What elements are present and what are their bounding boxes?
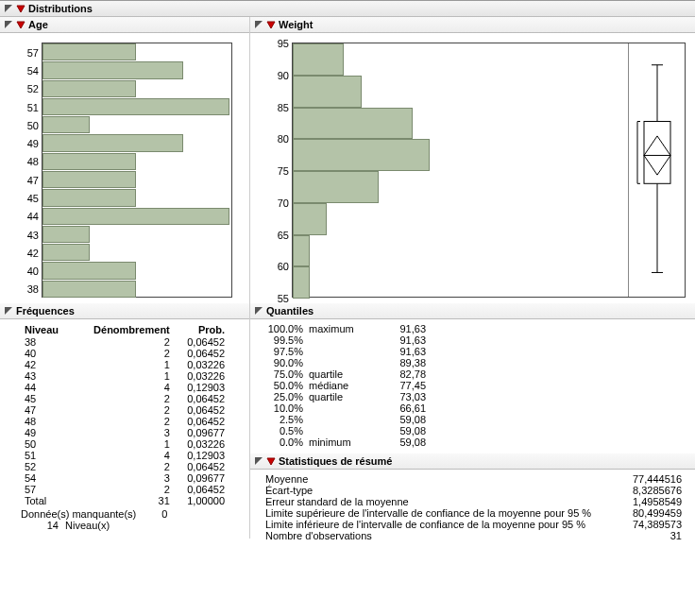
age-panel: Age 5754525150494847454443424038 Fréquen… bbox=[0, 17, 250, 539]
table-row: Limite supérieure de l'intervalle de con… bbox=[262, 507, 686, 519]
disclosure-icon[interactable] bbox=[4, 20, 13, 29]
axis-tick-label: 43 bbox=[27, 230, 39, 241]
disclosure-icon[interactable] bbox=[4, 306, 13, 316]
table-row: 4820,06452 bbox=[21, 416, 229, 427]
table-row: 4440,12903 bbox=[21, 382, 229, 393]
frequencies-header[interactable]: Fréquences bbox=[0, 303, 249, 319]
axis-tick-label: 57 bbox=[27, 47, 39, 59]
nlevels-label: Niveau(x) bbox=[65, 520, 110, 531]
chart-bar[interactable] bbox=[42, 61, 183, 78]
total-prob: 1,00000 bbox=[174, 495, 229, 506]
menu-icon[interactable] bbox=[16, 20, 25, 29]
table-row: 2.5%59,08 bbox=[262, 414, 432, 425]
table-row: 4520,06452 bbox=[21, 393, 229, 404]
table-row: 90.0%89,38 bbox=[262, 357, 432, 368]
missing-label: Donnée(s) manquante(s) bbox=[21, 508, 136, 520]
table-row: 4210,03226 bbox=[21, 359, 229, 370]
table-row: 0.5%59,08 bbox=[262, 425, 432, 436]
nlevels-val: 14 bbox=[40, 520, 59, 531]
axis-tick-label: 52 bbox=[27, 83, 39, 94]
axis-tick-label: 55 bbox=[278, 293, 289, 304]
missing-val: 0 bbox=[139, 508, 167, 520]
chart-bar[interactable] bbox=[293, 235, 310, 267]
axis-tick-label: 48 bbox=[27, 156, 39, 167]
distributions-title: Distributions bbox=[28, 3, 93, 14]
chart-bar[interactable] bbox=[293, 203, 327, 235]
col-prob: Prob. bbox=[174, 323, 229, 336]
table-row: 25.0%quartile73,03 bbox=[262, 391, 432, 402]
weight-header[interactable]: Weight bbox=[250, 17, 695, 33]
menu-icon[interactable] bbox=[266, 456, 276, 466]
chart-bar[interactable] bbox=[42, 116, 90, 133]
total-label: Total bbox=[21, 495, 72, 506]
chart-bar[interactable] bbox=[293, 43, 344, 76]
chart-bar[interactable] bbox=[42, 208, 229, 225]
axis-tick-label: 85 bbox=[278, 102, 289, 113]
chart-bar[interactable] bbox=[42, 43, 136, 60]
table-row: 5140,12903 bbox=[21, 450, 229, 461]
chart-bar[interactable] bbox=[293, 266, 310, 299]
table-row: 5220,06452 bbox=[21, 461, 229, 472]
quantiles-table: 100.0%maximum91,6399.5%91,6397.5%91,6390… bbox=[250, 319, 695, 453]
summary-title: Statistiques de résumé bbox=[279, 455, 392, 467]
table-row: 3820,06452 bbox=[21, 336, 229, 348]
disclosure-icon[interactable] bbox=[4, 4, 13, 13]
table-row: 75.0%quartile82,78 bbox=[262, 368, 432, 380]
axis-tick-label: 47 bbox=[27, 175, 39, 186]
table-row: 50.0%médiane77,45 bbox=[262, 380, 432, 391]
chart-bar[interactable] bbox=[42, 98, 229, 115]
chart-bar[interactable] bbox=[42, 226, 90, 243]
box-plot[interactable] bbox=[629, 43, 686, 299]
table-row: 5010,03226 bbox=[21, 438, 229, 450]
chart-bar[interactable] bbox=[42, 134, 183, 151]
chart-bar[interactable] bbox=[293, 139, 430, 171]
quantiles-header[interactable]: Quantiles bbox=[250, 303, 695, 319]
chart-bar[interactable] bbox=[293, 108, 413, 140]
table-row: 5430,09677 bbox=[21, 472, 229, 484]
table-row: 100.0%maximum91,63 bbox=[262, 323, 432, 334]
axis-tick-label: 54 bbox=[27, 65, 39, 77]
chart-bar[interactable] bbox=[293, 76, 362, 108]
menu-icon[interactable] bbox=[16, 4, 25, 13]
summary-table: Moyenne77,444516Écart-type8,3285676Erreu… bbox=[250, 470, 695, 549]
chart-bar[interactable] bbox=[293, 171, 379, 203]
disclosure-icon[interactable] bbox=[254, 456, 263, 466]
axis-tick-label: 45 bbox=[27, 193, 39, 204]
chart-bar[interactable] bbox=[42, 244, 90, 261]
disclosure-icon[interactable] bbox=[254, 20, 263, 29]
axis-tick-label: 44 bbox=[27, 211, 39, 222]
axis-tick-label: 95 bbox=[278, 38, 289, 49]
chart-bar[interactable] bbox=[42, 189, 136, 206]
chart-bar[interactable] bbox=[42, 171, 136, 188]
axis-tick-label: 42 bbox=[27, 248, 39, 259]
chart-bar[interactable] bbox=[42, 153, 136, 170]
axis-tick-label: 60 bbox=[278, 261, 289, 272]
chart-bar[interactable] bbox=[42, 262, 136, 279]
table-row: 4020,06452 bbox=[21, 348, 229, 359]
weight-chart[interactable]: 556065707580859095 bbox=[292, 43, 686, 298]
table-row: 5720,06452 bbox=[21, 484, 229, 495]
table-row: 4310,03226 bbox=[21, 370, 229, 382]
table-row: 99.5%91,63 bbox=[262, 334, 432, 346]
table-row: Écart-type8,3285676 bbox=[262, 485, 686, 496]
total-count: 31 bbox=[72, 495, 174, 506]
axis-tick-label: 50 bbox=[27, 120, 39, 131]
quantiles-title: Quantiles bbox=[266, 305, 314, 317]
table-row: 0.0%minimum59,08 bbox=[262, 436, 432, 448]
table-row: Limite inférieure de l'intervalle de con… bbox=[262, 519, 686, 530]
distributions-header[interactable]: Distributions bbox=[0, 1, 695, 17]
distributions-panel: Distributions Age 5754525150494847454443… bbox=[0, 0, 695, 549]
disclosure-icon[interactable] bbox=[254, 306, 263, 316]
age-title: Age bbox=[28, 19, 48, 30]
axis-tick-label: 70 bbox=[278, 197, 289, 209]
axis-tick-label: 51 bbox=[27, 102, 39, 113]
age-header[interactable]: Age bbox=[0, 17, 249, 33]
menu-icon[interactable] bbox=[266, 20, 276, 29]
table-row: 4930,09677 bbox=[21, 427, 229, 438]
chart-bar[interactable] bbox=[42, 281, 136, 298]
weight-panel: Weight 556065707580859095 Quantiles 100.… bbox=[250, 17, 695, 549]
chart-bar[interactable] bbox=[42, 80, 136, 97]
age-chart[interactable]: 5754525150494847454443424038 bbox=[42, 43, 232, 298]
summary-header[interactable]: Statistiques de résumé bbox=[250, 453, 695, 470]
axis-tick-label: 40 bbox=[27, 265, 39, 277]
